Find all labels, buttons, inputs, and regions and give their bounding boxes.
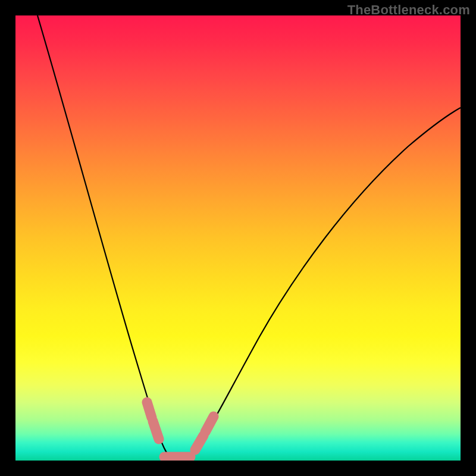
highlight-right — [195, 416, 214, 450]
chart-frame: TheBottleneck.com — [0, 0, 476, 476]
watermark-label: TheBottleneck.com — [347, 2, 470, 18]
plot-area — [15, 15, 461, 461]
bottleneck-curve — [37, 15, 461, 461]
chart-svg — [15, 15, 461, 461]
highlight-left — [147, 402, 159, 439]
